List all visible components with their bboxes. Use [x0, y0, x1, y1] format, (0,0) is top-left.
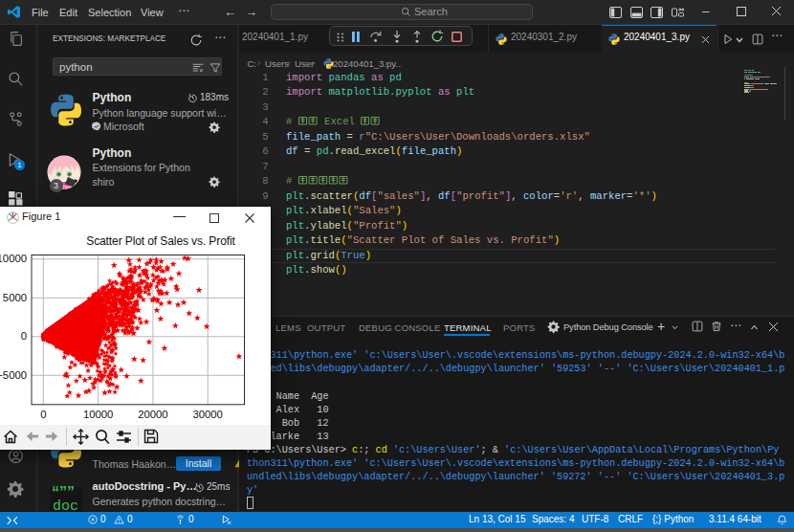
svg-text:20000: 20000	[138, 409, 167, 420]
svg-text:10000: 10000	[0, 253, 27, 264]
svg-text:0: 0	[40, 409, 46, 420]
svg-text:30000: 30000	[192, 409, 222, 420]
svg-text:0: 0	[21, 330, 27, 342]
svg-text:5000: 5000	[3, 291, 27, 302]
svg-text:10000: 10000	[83, 409, 113, 420]
svg-text:−5000: −5000	[0, 368, 27, 380]
